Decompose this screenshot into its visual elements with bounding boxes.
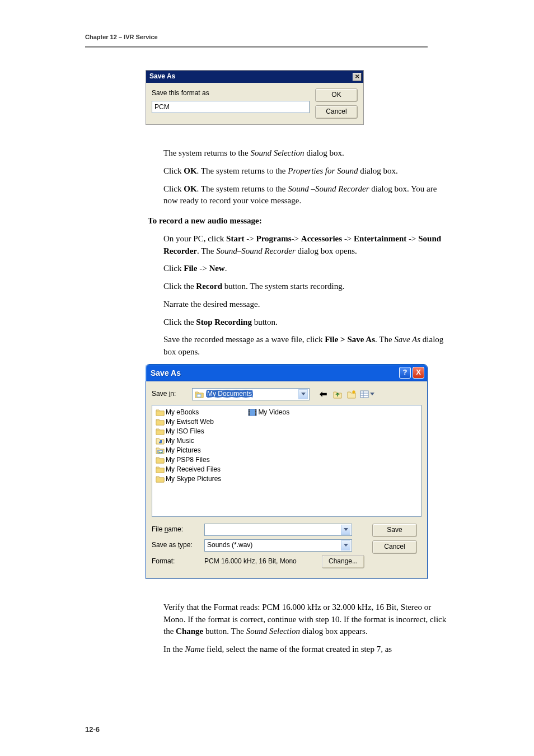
svg-rect-15	[156, 459, 164, 463]
svg-rect-16	[156, 468, 164, 473]
folder-icon	[195, 390, 204, 399]
body-text: On your PC, click Start -> Programs-> Ac…	[148, 233, 449, 258]
change-button[interactable]: Change...	[322, 555, 364, 568]
folder-icon	[156, 436, 165, 445]
cancel-button[interactable]: Cancel	[372, 540, 417, 554]
svg-point-22	[249, 412, 250, 413]
file-item-label: My Received Files	[166, 465, 221, 474]
folder-icon	[156, 465, 165, 474]
list-item[interactable]: My Received Files	[156, 465, 221, 474]
folder-icon	[156, 446, 165, 455]
folder-icon	[248, 408, 257, 417]
body-text: Click the Stop Recording button.	[148, 316, 449, 329]
body-text: Click File -> New.	[148, 263, 449, 275]
file-item-label: My eBooks	[166, 408, 199, 417]
section-heading: To record a new audio message:	[148, 215, 449, 227]
folder-icon	[156, 427, 165, 436]
body-text: Click OK. The system returns to the Prop…	[148, 165, 449, 178]
list-item[interactable]: My ISO Files	[156, 427, 221, 436]
svg-point-21	[249, 410, 250, 411]
file-item-label: My Music	[166, 436, 194, 446]
save-in-label: Save in:	[152, 389, 192, 399]
back-icon[interactable]: ⬅	[317, 388, 330, 400]
body-text: Narrate the desired message.	[148, 298, 449, 311]
save-in-combo[interactable]: My Documents	[192, 388, 310, 400]
svg-point-23	[249, 414, 250, 414]
folder-icon	[156, 408, 165, 417]
folder-icon	[156, 417, 165, 426]
svg-rect-12	[156, 430, 164, 435]
format-value: PCM 16.000 kHz, 16 Bit, Mono	[204, 557, 316, 566]
ok-button[interactable]: OK	[315, 88, 358, 102]
svg-rect-18	[249, 409, 256, 416]
page-number: 12-6	[85, 725, 100, 734]
format-label: Format:	[152, 557, 204, 566]
new-folder-icon[interactable]	[345, 388, 358, 400]
save-as-type-label: Save as type:	[152, 540, 204, 550]
format-name-input[interactable]	[152, 101, 310, 113]
body-text: In the Name field, select the name of th…	[148, 643, 449, 656]
cancel-button[interactable]: Cancel	[315, 105, 358, 119]
svg-point-25	[256, 412, 256, 413]
save-format-label: Save this format as	[152, 88, 310, 98]
svg-rect-17	[156, 478, 164, 482]
save-as-dialog: Save As ? X Save in:	[146, 364, 428, 579]
list-item[interactable]: My Skype Pictures	[156, 474, 221, 484]
folder-icon	[156, 474, 165, 483]
body-text: Click the Record button. The system star…	[148, 281, 449, 293]
file-item-label: My PSP8 Files	[166, 455, 210, 465]
folder-icon	[156, 455, 165, 464]
file-list-area[interactable]: My eBooksMy Ewisoft WebMy ISO FilesMy Mu…	[152, 405, 421, 517]
file-item-label: My Ewisoft Web	[166, 417, 214, 427]
body-text: The system returns to the Sound Selectio…	[148, 147, 449, 160]
dialog-titlebar: Save As ✕	[146, 71, 363, 83]
file-item-label: My Skype Pictures	[166, 474, 221, 484]
save-as-small-dialog: Save As ✕ Save this format as OK Cancel	[146, 70, 364, 125]
list-item[interactable]: My PSP8 Files	[156, 455, 221, 465]
list-item[interactable]: My Pictures	[156, 446, 221, 455]
body-text: Verify that the Format reads: PCM 16.000…	[148, 601, 449, 638]
filename-combo[interactable]	[204, 524, 352, 536]
body-text: Click OK. The system returns to the Soun…	[148, 183, 449, 208]
chevron-down-icon[interactable]	[341, 540, 350, 550]
svg-point-14	[158, 451, 160, 452]
chevron-down-icon[interactable]	[298, 389, 308, 399]
filename-label: File name:	[152, 525, 204, 534]
help-icon[interactable]: ?	[399, 367, 411, 379]
file-item-label: My ISO Files	[166, 427, 204, 436]
svg-point-26	[256, 414, 256, 414]
file-item-label: My Pictures	[166, 446, 201, 455]
svg-rect-1	[197, 394, 201, 397]
list-item[interactable]: My Ewisoft Web	[156, 417, 221, 427]
svg-rect-6	[360, 391, 368, 398]
svg-rect-10	[156, 411, 164, 416]
dialog-titlebar: Save As ? X	[146, 365, 427, 381]
save-as-type-combo[interactable]: Sounds (*.wav)	[204, 539, 352, 552]
page-header: Chapter 12 – IVR Service	[0, 34, 534, 40]
save-button[interactable]: Save	[372, 524, 417, 537]
svg-rect-11	[156, 421, 164, 425]
close-icon[interactable]: X	[413, 367, 424, 379]
list-item[interactable]: My Videos	[248, 408, 289, 417]
up-one-level-icon[interactable]	[331, 388, 344, 400]
save-as-type-value: Sounds (*.wav)	[207, 540, 340, 550]
dialog-title: Save As	[149, 72, 175, 81]
file-item-label: My Videos	[258, 408, 289, 417]
view-menu-icon[interactable]	[359, 388, 376, 400]
chevron-down-icon[interactable]	[341, 525, 350, 535]
svg-point-24	[256, 410, 256, 411]
list-item[interactable]: My Music	[156, 436, 221, 446]
close-icon[interactable]: ✕	[353, 73, 362, 81]
body-text: Save the recorded message as a wave file…	[148, 334, 449, 358]
dialog-title: Save As	[151, 367, 181, 379]
save-in-value: My Documents	[206, 390, 253, 398]
list-item[interactable]: My eBooks	[156, 408, 221, 417]
